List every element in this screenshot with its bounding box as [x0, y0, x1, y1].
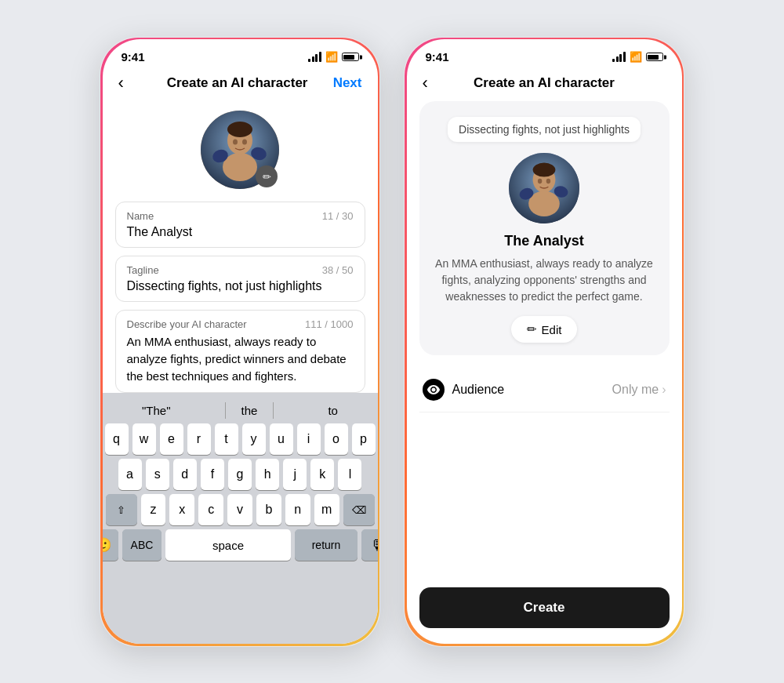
key-a[interactable]: a	[118, 459, 142, 490]
key-emoji[interactable]: 🙂	[103, 529, 119, 561]
key-o[interactable]: o	[325, 423, 348, 455]
form-section: Name 11 / 30 The Analyst Tagline 38 / 50…	[103, 202, 378, 393]
keyboard-row-3: ⇧ z x c v b n m ⌫	[106, 494, 375, 525]
autocomplete-3[interactable]: to	[321, 402, 344, 419]
svg-point-6	[233, 140, 238, 145]
key-c[interactable]: c	[198, 494, 223, 525]
key-t[interactable]: t	[215, 423, 238, 455]
keyboard: "The" the to q w e r t y u i o p	[103, 393, 378, 644]
tagline-field[interactable]: Tagline 38 / 50 Dissecting fights, not j…	[115, 256, 365, 302]
audience-value: Only me	[612, 383, 659, 397]
svg-point-7	[242, 140, 247, 145]
avatar-section: ✏	[103, 101, 378, 202]
tagline-count: 38 / 50	[322, 264, 354, 276]
status-bar-1: 9:41 📶	[103, 39, 378, 70]
autocomplete-2[interactable]: the	[225, 402, 274, 419]
key-q[interactable]: q	[105, 423, 129, 455]
key-b[interactable]: b	[256, 494, 281, 525]
key-n[interactable]: n	[285, 494, 310, 525]
battery-icon-2	[646, 53, 663, 61]
audience-row[interactable]: Audience Only me ›	[419, 368, 670, 412]
tagline-label: Tagline	[127, 264, 159, 276]
wifi-icon: 📶	[325, 51, 338, 63]
key-space[interactable]: space	[165, 529, 291, 561]
preview-avatar	[509, 153, 579, 223]
keyboard-row-1: q w e r t y u i o p	[106, 423, 375, 455]
status-time-2: 9:41	[426, 50, 449, 64]
key-z[interactable]: z	[141, 494, 166, 525]
key-abc[interactable]: ABC	[122, 529, 162, 561]
svg-point-1	[223, 153, 257, 181]
key-e[interactable]: e	[160, 423, 183, 455]
key-mic[interactable]: 🎙	[361, 529, 378, 561]
create-button[interactable]: Create	[419, 587, 670, 628]
spacer	[419, 412, 670, 587]
svg-point-15	[546, 179, 550, 183]
audience-eye-icon	[423, 379, 445, 401]
svg-point-11	[533, 163, 556, 177]
key-j[interactable]: j	[283, 459, 307, 490]
preview-card: Dissecting fights, not just highlights	[419, 101, 670, 355]
page-title-1: Create an AI character	[167, 75, 308, 91]
keyboard-row-2: a s d f g h j k l	[106, 459, 375, 490]
description-count: 111 / 1000	[305, 318, 353, 330]
key-w[interactable]: w	[132, 423, 156, 455]
name-label: Name	[127, 210, 154, 222]
chevron-right-icon: ›	[662, 383, 666, 397]
signal-icon-2	[612, 52, 626, 62]
key-x[interactable]: x	[169, 494, 194, 525]
preview-avatar-inner	[509, 153, 579, 223]
key-return[interactable]: return	[295, 529, 358, 561]
description-label: Describe your AI character	[127, 318, 247, 330]
status-bar-2: 9:41 📶	[407, 39, 682, 70]
avatar-edit-icon[interactable]: ✏	[256, 165, 278, 187]
keyboard-row-4: 🙂 ABC space return 🎙	[106, 529, 375, 561]
edit-label: Edit	[542, 323, 562, 336]
wifi-icon-2: 📶	[630, 51, 642, 63]
svg-point-9	[528, 191, 560, 216]
autocomplete-row: "The" the to	[106, 399, 375, 423]
tagline-value: Dissecting fights, not just highlights	[127, 279, 354, 293]
key-h[interactable]: h	[256, 459, 279, 490]
key-f[interactable]: f	[201, 459, 224, 490]
key-g[interactable]: g	[228, 459, 252, 490]
description-value: An MMA enthusiast, always ready to analy…	[127, 333, 354, 384]
next-button[interactable]: Next	[333, 75, 362, 91]
signal-icon	[308, 52, 321, 62]
key-v[interactable]: v	[227, 494, 252, 525]
name-count: 11 / 30	[322, 210, 354, 222]
back-button-2[interactable]: ‹	[423, 73, 446, 93]
nav-bar-2: ‹ Create an AI character	[407, 70, 682, 101]
key-r[interactable]: r	[187, 423, 211, 455]
avatar-wrapper[interactable]: ✏	[201, 111, 279, 189]
status-time-1: 9:41	[122, 50, 145, 64]
description-field[interactable]: Describe your AI character 111 / 1000 An…	[115, 310, 365, 393]
name-value: The Analyst	[127, 225, 354, 239]
preview-tagline: Dissecting fights, not just highlights	[448, 117, 641, 142]
key-m[interactable]: m	[314, 494, 339, 525]
pencil-icon: ✏	[527, 322, 537, 336]
nav-bar-1: ‹ Create an AI character Next	[103, 70, 378, 101]
key-shift[interactable]: ⇧	[106, 494, 137, 525]
key-u[interactable]: u	[270, 423, 293, 455]
edit-button[interactable]: ✏ Edit	[511, 316, 578, 343]
audience-label: Audience	[452, 383, 612, 397]
preview-description: An MMA enthusiast, always ready to analy…	[432, 256, 657, 305]
page-title-2: Create an AI character	[474, 75, 615, 91]
phone2-content: Dissecting fights, not just highlights	[407, 101, 682, 644]
name-field[interactable]: Name 11 / 30 The Analyst	[115, 202, 365, 248]
key-k[interactable]: k	[310, 459, 334, 490]
svg-point-14	[538, 179, 542, 183]
key-i[interactable]: i	[297, 423, 321, 455]
status-icons-1: 📶	[308, 51, 359, 63]
key-p[interactable]: p	[352, 423, 376, 455]
key-d[interactable]: d	[173, 459, 197, 490]
key-l[interactable]: l	[338, 459, 361, 490]
autocomplete-1[interactable]: "The"	[136, 402, 177, 419]
key-s[interactable]: s	[146, 459, 169, 490]
key-delete[interactable]: ⌫	[343, 494, 375, 525]
battery-icon	[342, 53, 359, 61]
svg-point-3	[227, 122, 252, 137]
back-button-1[interactable]: ‹	[118, 73, 142, 93]
key-y[interactable]: y	[242, 423, 266, 455]
